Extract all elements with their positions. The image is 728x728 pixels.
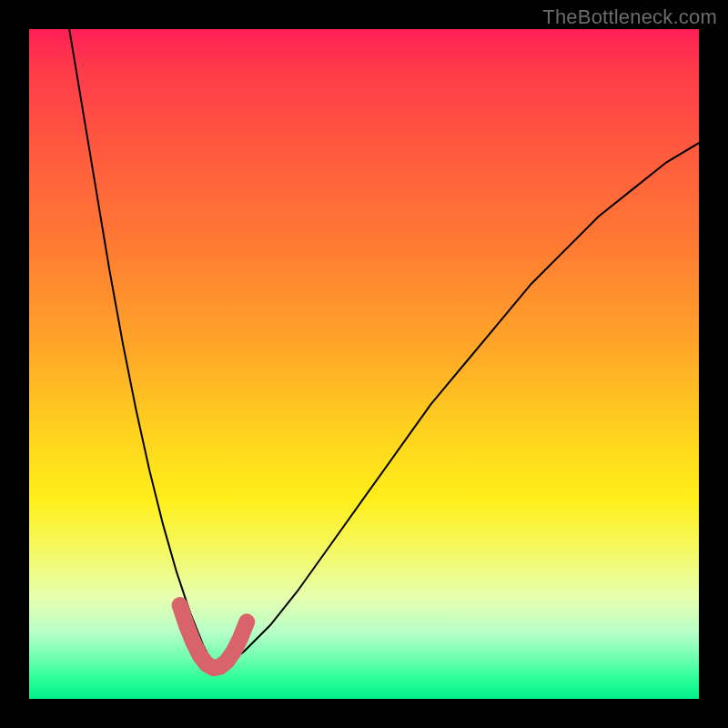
watermark-text: TheBottleneck.com: [542, 5, 717, 29]
bottleneck-curve-path: [69, 29, 699, 665]
plot-area: [29, 29, 699, 699]
curve-svg: [29, 29, 699, 699]
highlight-band-path: [180, 605, 248, 668]
chart-frame: TheBottleneck.com: [0, 0, 728, 728]
